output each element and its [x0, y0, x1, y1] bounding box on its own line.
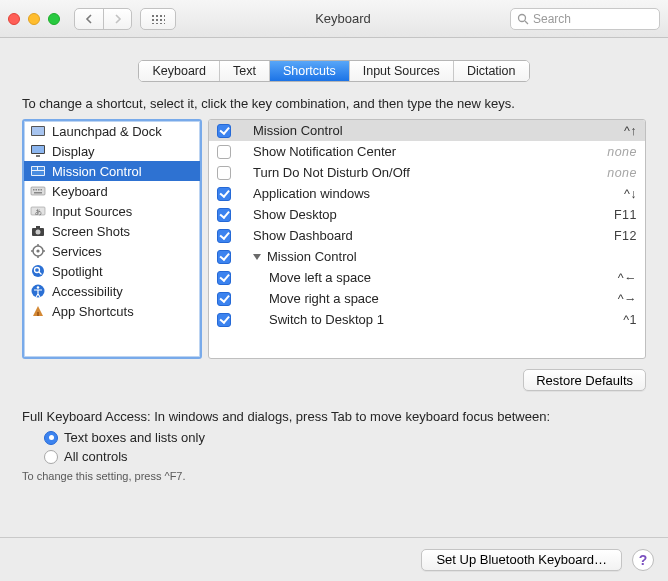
category-screenshots[interactable]: Screen Shots: [24, 221, 200, 241]
window-controls: [8, 13, 60, 25]
category-display[interactable]: Display: [24, 141, 200, 161]
minimize-button[interactable]: [28, 13, 40, 25]
category-list[interactable]: Launchpad & Dock Display Mission Control…: [22, 119, 202, 359]
titlebar: Keyboard: [0, 0, 668, 38]
shortcut-row[interactable]: Mission Control ^↑: [209, 120, 645, 141]
checkbox[interactable]: [217, 187, 231, 201]
checkbox[interactable]: [217, 208, 231, 222]
shortcut-row[interactable]: Move left a space ^←: [209, 267, 645, 288]
svg-rect-13: [36, 189, 38, 191]
shortcut-label: Application windows: [239, 186, 589, 201]
tabs: Keyboard Text Shortcuts Input Sources Di…: [138, 60, 529, 82]
content: To change a shortcut, select it, click t…: [0, 96, 668, 482]
category-spotlight[interactable]: Spotlight: [24, 261, 200, 281]
restore-defaults-button[interactable]: Restore Defaults: [523, 369, 646, 391]
shortcut-key[interactable]: ^↑: [597, 124, 637, 138]
search-field[interactable]: [510, 8, 660, 30]
svg-text:あ: あ: [35, 208, 42, 216]
checkbox[interactable]: [217, 145, 231, 159]
shortcut-key[interactable]: none: [597, 166, 637, 180]
category-app-shortcuts[interactable]: App Shortcuts: [24, 301, 200, 321]
shortcut-key[interactable]: ^1: [597, 313, 637, 327]
radio-indicator: [44, 450, 58, 464]
tab-shortcuts[interactable]: Shortcuts: [269, 61, 349, 81]
checkbox[interactable]: [217, 166, 231, 180]
tab-text[interactable]: Text: [219, 61, 269, 81]
radio-indicator: [44, 431, 58, 445]
shortcut-key[interactable]: ^↓: [597, 187, 637, 201]
shortcut-row[interactable]: Move right a space ^→: [209, 288, 645, 309]
category-label: Spotlight: [52, 264, 103, 279]
tab-dictation[interactable]: Dictation: [453, 61, 529, 81]
shortcut-row[interactable]: Switch to Desktop 1 ^1: [209, 309, 645, 330]
shortcut-row[interactable]: Turn Do Not Disturb On/Off none: [209, 162, 645, 183]
checkbox[interactable]: [217, 271, 231, 285]
radio-all-controls[interactable]: All controls: [44, 449, 646, 464]
svg-line-1: [525, 21, 528, 24]
svg-rect-3: [32, 127, 44, 135]
shortcut-row[interactable]: Show Notification Center none: [209, 141, 645, 162]
checkbox[interactable]: [217, 292, 231, 306]
category-label: Mission Control: [52, 164, 142, 179]
back-button[interactable]: [75, 9, 103, 29]
svg-rect-11: [31, 187, 45, 195]
shortcut-key[interactable]: ^→: [597, 292, 637, 306]
shortcut-group-row[interactable]: Mission Control: [209, 246, 645, 267]
nav-back-forward: [74, 8, 132, 30]
tab-input-sources[interactable]: Input Sources: [349, 61, 453, 81]
search-input[interactable]: [533, 12, 653, 26]
svg-point-32: [37, 286, 40, 289]
close-button[interactable]: [8, 13, 20, 25]
shortcut-label: Switch to Desktop 1: [239, 312, 589, 327]
help-button[interactable]: ?: [632, 549, 654, 571]
shortcut-row[interactable]: Application windows ^↓: [209, 183, 645, 204]
shortcut-label: Show Desktop: [239, 207, 589, 222]
tab-keyboard[interactable]: Keyboard: [139, 61, 219, 81]
checkbox[interactable]: [217, 313, 231, 327]
checkbox[interactable]: [217, 124, 231, 138]
instruction-text: To change a shortcut, select it, click t…: [22, 96, 646, 111]
radio-label: All controls: [64, 449, 128, 464]
fka-hint: To change this setting, press ^F7.: [22, 470, 646, 482]
setup-bluetooth-keyboard-button[interactable]: Set Up Bluetooth Keyboard…: [421, 549, 622, 571]
category-input-sources[interactable]: あ Input Sources: [24, 201, 200, 221]
shortcut-key[interactable]: ^←: [597, 271, 637, 285]
shortcut-key[interactable]: F12: [597, 229, 637, 243]
checkbox[interactable]: [217, 250, 231, 264]
tabs-row: Keyboard Text Shortcuts Input Sources Di…: [0, 38, 668, 96]
checkbox[interactable]: [217, 229, 231, 243]
category-mission-control[interactable]: Mission Control: [24, 161, 200, 181]
category-accessibility[interactable]: Accessibility: [24, 281, 200, 301]
panels: Launchpad & Dock Display Mission Control…: [22, 119, 646, 359]
restore-row: Restore Defaults: [22, 369, 646, 391]
category-services[interactable]: Services: [24, 241, 200, 261]
radio-text-boxes-lists[interactable]: Text boxes and lists only: [44, 430, 646, 445]
svg-rect-8: [32, 167, 37, 170]
chevron-right-icon: [114, 14, 122, 24]
forward-button[interactable]: [103, 9, 131, 29]
svg-point-28: [32, 265, 44, 277]
shortcuts-list[interactable]: Mission Control ^↑ Show Notification Cen…: [208, 119, 646, 359]
spotlight-icon: [30, 263, 46, 279]
category-launchpad[interactable]: Launchpad & Dock: [24, 121, 200, 141]
category-keyboard[interactable]: Keyboard: [24, 181, 200, 201]
radio-label: Text boxes and lists only: [64, 430, 205, 445]
screenshots-icon: [30, 223, 46, 239]
shortcut-row[interactable]: Show Desktop F11: [209, 204, 645, 225]
shortcut-key[interactable]: none: [597, 145, 637, 159]
zoom-button[interactable]: [48, 13, 60, 25]
accessibility-icon: [30, 283, 46, 299]
svg-rect-5: [32, 146, 44, 153]
shortcut-row[interactable]: Show Dashboard F12: [209, 225, 645, 246]
disclosure-triangle-icon[interactable]: [253, 254, 261, 260]
svg-point-20: [36, 230, 41, 235]
services-icon: [30, 243, 46, 259]
fka-text: Full Keyboard Access: In windows and dia…: [22, 409, 646, 424]
shortcut-label: Show Dashboard: [239, 228, 589, 243]
help-icon: ?: [639, 552, 648, 568]
category-label: Input Sources: [52, 204, 132, 219]
svg-point-23: [36, 249, 39, 252]
shortcut-key[interactable]: F11: [597, 208, 637, 222]
input-sources-icon: あ: [30, 203, 46, 219]
show-all-button[interactable]: [140, 8, 176, 30]
